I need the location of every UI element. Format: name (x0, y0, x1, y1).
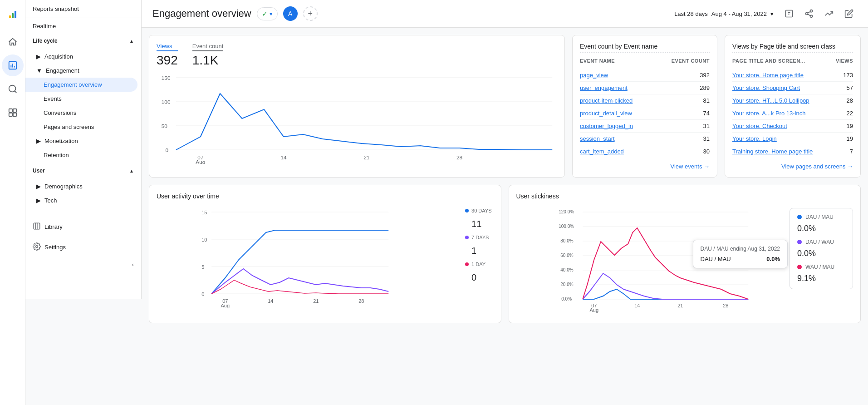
page-views-5: 19 (847, 123, 853, 129)
svg-text:0: 0 (201, 291, 204, 297)
settings-icon (33, 242, 41, 252)
svg-text:28: 28 (358, 298, 364, 304)
page-name-6[interactable]: Your store. Login (732, 135, 777, 142)
page-name-7[interactable]: Training store. Home page title (732, 148, 813, 155)
event-name-6[interactable]: session_start (580, 135, 615, 142)
activity-chart: 15 10 5 0 07 Aug (157, 205, 494, 314)
event-name-3[interactable]: product-item-clicked (580, 97, 633, 104)
trend-icon-btn[interactable] (821, 5, 837, 22)
legend-1day-dot (465, 262, 469, 266)
top-cards-row: Views 392 Event count 1.1K 150 100 50 0 (149, 35, 861, 178)
page-name-5[interactable]: Your store. Checkout (732, 123, 787, 129)
topbar: Engagement overview ✓ ▾ A + Last 28 days… (142, 0, 868, 28)
views-by-page-card: Views by Page title and screen class PAG… (725, 35, 861, 178)
content-area: Views 392 Event count 1.1K 150 100 50 0 (142, 28, 868, 405)
svg-text:40.0%: 40.0% (560, 267, 573, 272)
sidebar-item-demographics[interactable]: ▶ Demographics (25, 179, 141, 193)
view-events-link[interactable]: View events → (580, 163, 710, 170)
date-range-label: Last 28 days (674, 10, 708, 17)
report-icon-btn[interactable] (781, 5, 797, 22)
user-stickiness-card: User stickiness 120.0% 100.0% 80.0% 60.0… (509, 185, 861, 323)
sidebar-item-settings[interactable]: Settings (25, 237, 141, 257)
view-pages-link[interactable]: View pages and screens → (732, 163, 853, 170)
event-count-label: Event count (192, 43, 224, 51)
sidebar-collapse-button[interactable]: ‹ (25, 257, 141, 272)
event-count-card: Event count by Event name EVENT NAME EVE… (572, 35, 717, 178)
main-chart-container: 150 100 50 0 07 Aug 14 (157, 73, 557, 165)
sidebar-item-pages-screens[interactable]: Pages and screens (25, 120, 141, 134)
add-comparison-button[interactable]: + (303, 6, 318, 21)
legend-wau-mau-value: 9.1% (797, 274, 845, 283)
sidebar-item-acquisition[interactable]: ▶ Acquisition (25, 49, 141, 64)
svg-text:0.0%: 0.0% (561, 296, 572, 301)
sidebar-item-tech[interactable]: ▶ Tech (25, 193, 141, 207)
status-badge[interactable]: ✓ ▾ (257, 7, 278, 20)
share-icon-btn[interactable] (801, 5, 817, 22)
event-name-1[interactable]: page_view (580, 72, 608, 79)
sidebar-section-user[interactable]: User ▲ (25, 164, 141, 178)
date-range-dropdown-icon: ▾ (770, 10, 774, 17)
svg-rect-0 (9, 15, 11, 18)
tooltip-value: 0.0% (766, 256, 780, 262)
pages-screens-label: Pages and screens (44, 123, 94, 130)
edit-icon-btn[interactable] (841, 5, 857, 22)
legend-dau-mau-value: 0.0% (797, 224, 845, 233)
activity-card-title: User activity over time (157, 193, 494, 200)
table-row: Your store. Shopping Cart 57 (732, 82, 853, 94)
table-row: session_start 31 (580, 133, 710, 145)
page-name-1[interactable]: Your store. Home page title (732, 72, 804, 79)
svg-text:14: 14 (634, 303, 640, 308)
page-name-4[interactable]: Your store. A...k Pro 13-inch (732, 110, 805, 117)
chart-header: Views 392 Event count 1.1K (157, 43, 557, 68)
user-avatar[interactable]: A (283, 6, 298, 21)
svg-text:28: 28 (723, 303, 728, 308)
app-logo[interactable] (2, 4, 24, 25)
legend-dau-mau-dot (797, 215, 802, 219)
table-row: product_detail_view 74 (580, 107, 710, 120)
sidebar-item-engagement[interactable]: ▼ Engagement (25, 64, 141, 78)
demographics-label: Demographics (44, 183, 83, 190)
explore-nav-icon[interactable] (2, 78, 24, 100)
stickiness-legend: DAU / MAU 0.0% DAU / WAU 0.0% WAU / MAU … (790, 208, 853, 289)
event-value-2: 289 (700, 84, 710, 91)
sidebar-item-library[interactable]: Library (25, 217, 141, 237)
sidebar-item-monetization[interactable]: ▶ Monetization (25, 134, 141, 148)
svg-point-12 (810, 10, 813, 12)
legend-dau-wau-value: 0.0% (797, 249, 845, 258)
tech-chevron-icon: ▶ (36, 197, 41, 204)
sidebar-item-conversions[interactable]: Conversions (25, 106, 141, 120)
sidebar-item-retention[interactable]: Retention (25, 148, 141, 162)
retention-label: Retention (44, 152, 69, 158)
table-row: Your store. Checkout 19 (732, 120, 853, 133)
svg-text:100: 100 (162, 99, 171, 105)
tech-label: Tech (44, 197, 57, 204)
reports-nav-icon[interactable] (2, 54, 24, 76)
date-range-selector[interactable]: Last 28 days Aug 4 - Aug 31, 2022 ▾ (674, 10, 774, 17)
svg-text:20.0%: 20.0% (560, 282, 573, 287)
page-name-2[interactable]: Your store. Shopping Cart (732, 84, 800, 91)
sidebar-item-engagement-overview[interactable]: Engagement overview (25, 78, 137, 92)
legend-dau-wau-label: DAU / WAU (805, 239, 834, 245)
sidebar-item-events[interactable]: Events (25, 92, 141, 106)
event-name-4[interactable]: product_detail_view (580, 110, 632, 117)
sidebar-section-lifecycle[interactable]: Life cycle ▲ (25, 34, 141, 48)
svg-text:5: 5 (201, 264, 204, 270)
user-activity-card: User activity over time 15 10 5 0 (149, 185, 501, 323)
sidebar-item-realtime[interactable]: Realtime (25, 18, 141, 34)
svg-rect-1 (12, 13, 14, 18)
svg-point-4 (9, 85, 15, 92)
configure-nav-icon[interactable] (2, 102, 24, 123)
user-section-label: User (33, 168, 45, 174)
sidebar-header: Reports snapshot (25, 0, 141, 18)
svg-rect-5 (9, 109, 12, 112)
home-nav-icon[interactable] (2, 31, 24, 53)
event-name-2[interactable]: user_engagement (580, 84, 628, 91)
event-name-5[interactable]: customer_logged_in (580, 123, 633, 129)
page-name-3[interactable]: Your store. HT...L 5.0 Lollipop (732, 97, 809, 104)
svg-text:Aug: Aug (196, 159, 205, 164)
main-content: Engagement overview ✓ ▾ A + Last 28 days… (142, 0, 868, 405)
page-views-4: 22 (847, 110, 853, 117)
svg-text:Aug: Aug (589, 307, 598, 313)
event-name-7[interactable]: cart_item_added (580, 148, 624, 155)
svg-text:10: 10 (201, 237, 207, 242)
